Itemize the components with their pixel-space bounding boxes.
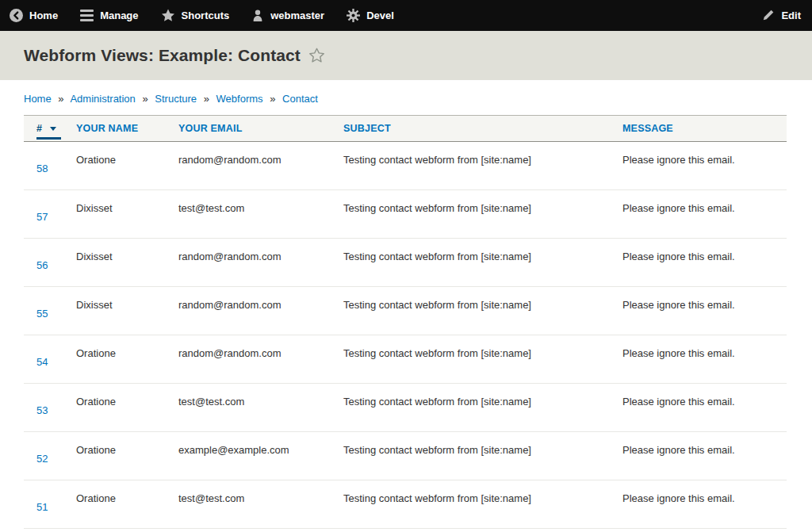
submission-email-cell: test@test.com [166, 384, 331, 432]
sort-by-email-link[interactable]: YOUR EMAIL [178, 123, 242, 134]
column-header-id: # [24, 116, 63, 142]
table-header-row: # YOUR NAME YOUR EMAIL SUBJECT MESSAGE [24, 116, 787, 142]
star-outline-icon[interactable] [308, 48, 325, 63]
table-row: 54 Oratione random@random.com Testing co… [24, 335, 787, 384]
submission-id-link[interactable]: 58 [36, 163, 48, 174]
submission-message-cell: Please ignore this email. [610, 190, 787, 239]
sort-by-message-link[interactable]: MESSAGE [622, 123, 673, 134]
submission-subject-cell: Testing contact webform from [site:name] [331, 287, 610, 335]
breadcrumb: Home » Administration » Structure » Webf… [0, 80, 812, 115]
back-to-site-icon [10, 9, 23, 22]
edit-button[interactable]: Edit [761, 9, 801, 22]
table-row: 56 Dixisset random@random.com Testing co… [24, 239, 787, 287]
submissions-tbody: 58 Oratione random@random.com Testing co… [24, 142, 787, 529]
toolbar-item-label: Home [29, 10, 58, 21]
submission-subject-cell: Testing contact webform from [site:name] [331, 142, 610, 190]
submission-name-cell: Dixisset [63, 190, 166, 239]
submission-subject-cell: Testing contact webform from [site:name] [331, 335, 610, 384]
star-icon [161, 9, 175, 22]
table-row: 55 Dixisset random@random.com Testing co… [24, 287, 787, 335]
table-row: 58 Oratione random@random.com Testing co… [24, 142, 787, 190]
toolbar-item-devel[interactable]: Devel [347, 9, 394, 22]
breadcrumb-link-administration[interactable]: Administration [70, 93, 135, 105]
submission-email-cell: test@test.com [166, 480, 331, 529]
submission-id-cell: 52 [24, 432, 63, 480]
breadcrumb-link-webforms[interactable]: Webforms [216, 93, 263, 105]
submission-id-cell: 58 [24, 142, 63, 190]
table-row: 52 Oratione example@example.com Testing … [24, 432, 787, 480]
submission-email-cell: random@random.com [166, 239, 331, 287]
submission-message-cell: Please ignore this email. [610, 432, 787, 480]
sort-by-id-link[interactable]: # [36, 123, 61, 140]
submission-subject-cell: Testing contact webform from [site:name] [331, 384, 610, 432]
submission-id-link[interactable]: 51 [36, 501, 48, 513]
submission-id-cell: 54 [24, 335, 63, 384]
submission-name-cell: Oratione [63, 384, 166, 432]
submission-message-cell: Please ignore this email. [610, 142, 787, 190]
toolbar-item-home[interactable]: Home [10, 9, 58, 22]
gear-icon [347, 9, 360, 22]
submission-id-cell: 56 [24, 239, 63, 287]
menu-icon [80, 10, 94, 21]
submission-message-cell: Please ignore this email. [610, 335, 787, 384]
submission-name-cell: Oratione [63, 432, 166, 480]
breadcrumb-separator: » [142, 93, 147, 105]
submission-name-cell: Dixisset [63, 239, 166, 287]
submission-subject-cell: Testing contact webform from [site:name] [331, 480, 610, 529]
page-title: Webform Views: Example: Contact [24, 46, 301, 65]
sort-by-name-link[interactable]: YOUR NAME [76, 123, 138, 134]
submission-name-cell: Oratione [63, 142, 166, 190]
submission-id-link[interactable]: 52 [36, 453, 48, 465]
column-header-email: YOUR EMAIL [166, 116, 331, 142]
submission-id-link[interactable]: 54 [36, 356, 48, 368]
toolbar-item-shortcuts[interactable]: Shortcuts [161, 9, 230, 22]
toolbar-item-label: Shortcuts [182, 10, 230, 21]
table-row: 51 Oratione test@test.com Testing contac… [24, 480, 787, 529]
toolbar-item-manage[interactable]: Manage [80, 10, 138, 21]
submission-email-cell: random@random.com [166, 142, 331, 190]
column-header-subject: SUBJECT [331, 116, 610, 142]
submission-message-cell: Please ignore this email. [610, 287, 787, 335]
submission-name-cell: Dixisset [63, 287, 166, 335]
submission-email-cell: example@example.com [166, 432, 331, 480]
breadcrumb-link-structure[interactable]: Structure [155, 93, 197, 105]
main-content: # YOUR NAME YOUR EMAIL SUBJECT MESSAGE [0, 115, 812, 529]
breadcrumb-separator: » [270, 93, 275, 105]
column-header-label: # [36, 123, 42, 134]
edit-button-label: Edit [781, 10, 801, 21]
submission-subject-cell: Testing contact webform from [site:name] [331, 190, 610, 239]
submission-message-cell: Please ignore this email. [610, 480, 787, 529]
toolbar-item-user[interactable]: webmaster [251, 9, 324, 22]
submission-subject-cell: Testing contact webform from [site:name] [331, 432, 610, 480]
user-icon [251, 9, 264, 22]
breadcrumb-link-home[interactable]: Home [24, 93, 52, 105]
breadcrumb-link-contact[interactable]: Contact [282, 93, 318, 105]
submission-id-cell: 53 [24, 384, 63, 432]
breadcrumb-separator: » [204, 93, 209, 105]
sort-by-subject-link[interactable]: SUBJECT [343, 123, 391, 134]
submission-id-cell: 57 [24, 190, 63, 239]
submission-message-cell: Please ignore this email. [610, 384, 787, 432]
submission-email-cell: random@random.com [166, 287, 331, 335]
admin-toolbar: Home Manage Shortcuts [0, 0, 812, 31]
column-header-message: MESSAGE [610, 116, 787, 142]
submission-id-link[interactable]: 57 [36, 211, 48, 223]
submission-id-link[interactable]: 55 [36, 308, 48, 320]
submission-id-cell: 51 [24, 480, 63, 529]
submission-email-cell: random@random.com [166, 335, 331, 384]
toolbar-item-label: Manage [100, 10, 138, 21]
submission-id-link[interactable]: 56 [36, 259, 48, 271]
column-header-name: YOUR NAME [63, 116, 166, 142]
submission-name-cell: Oratione [63, 480, 166, 529]
pencil-icon [761, 9, 775, 22]
submission-name-cell: Oratione [63, 335, 166, 384]
toolbar-item-label: webmaster [270, 10, 324, 21]
submission-email-cell: test@test.com [166, 190, 331, 239]
toolbar-item-label: Devel [366, 10, 394, 21]
page-header: Webform Views: Example: Contact [0, 31, 812, 80]
toolbar-menu: Home Manage Shortcuts [10, 9, 394, 22]
breadcrumb-separator: » [58, 93, 63, 105]
submissions-table: # YOUR NAME YOUR EMAIL SUBJECT MESSAGE [24, 115, 787, 529]
submission-id-link[interactable]: 53 [36, 404, 48, 416]
submission-message-cell: Please ignore this email. [610, 239, 787, 287]
